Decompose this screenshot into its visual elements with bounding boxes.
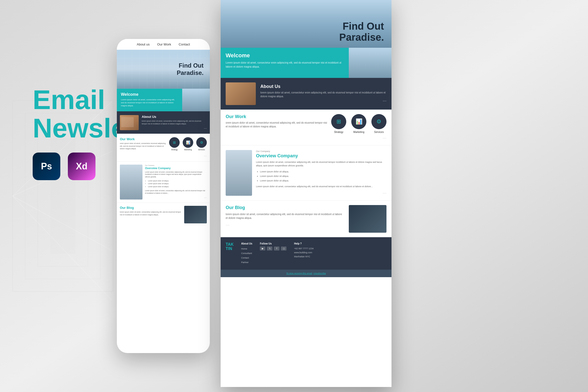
ourwork-body-small: orem ipsum dolor sit amet, consectetur e… (120, 142, 167, 150)
lp-welcome-img (349, 48, 391, 78)
hero-section-small: Find Out Paradise. (117, 50, 210, 89)
work-icons-small: ⊞ Strategy 📊 Marketing ⚙ Services (169, 137, 207, 151)
lp-strategy-item: ⊞ Strategy (331, 114, 346, 133)
lp-unsub-link[interactable]: Unsubscribe (313, 272, 326, 275)
lp-overview-content: Our Company Overview Company Lorem ipsum… (256, 150, 386, 196)
lp-blog-title: Our Blog (226, 205, 345, 210)
lp-footer-city: Manhattan NYC (294, 255, 314, 259)
lp-follow-title: Follow Us (260, 242, 286, 245)
svg-line-4 (13, 196, 113, 302)
strategy-label-small: Strategy (171, 149, 178, 151)
lp-work-icons: ⊞ Strategy 📊 Marketing ⚙ Services (331, 114, 386, 133)
twitter-icon[interactable]: 𝕏 (267, 247, 272, 251)
lp-blog-img (349, 205, 386, 233)
lp-footer-website: www.building.com (294, 251, 314, 255)
lp-footer-social: Follow Us ▶ 𝕏 f ◻ (260, 242, 286, 265)
lp-about-dots: ··· (260, 98, 386, 104)
lp-services-circle: ⚙ (371, 114, 386, 129)
about-section-small: About Us lorem ipsum dolor sit amet, con… (117, 111, 210, 134)
overview-list-small: Lorem ipsum dolor sit aliqua. Lorem ipsu… (145, 179, 207, 188)
lp-footer-phone: +62 897 7777 1234 (294, 247, 314, 251)
overview-subtitle-small: Our Company (145, 165, 207, 166)
lp-footer: TAKTIN About Us Home Consultant Contact … (221, 237, 391, 270)
lp-marketing-circle: 📊 (351, 114, 366, 129)
lp-overview-li-2: Lorem ipsum dolor sit aliqua. (260, 174, 386, 178)
lp-help-title: Help ? (294, 242, 314, 245)
blog-section-small: Our Blog lorem ipsum dolor sit amet, con… (117, 203, 210, 226)
lp-footer-home[interactable]: Home (241, 247, 252, 251)
services-circle-small: ⚙ (196, 137, 207, 148)
lp-overview-img (226, 150, 252, 196)
lp-overview-body1: Lorem ipsum dolor sit amet, consectetur … (256, 161, 386, 167)
lp-footer-brand: TAKTIN (226, 242, 234, 265)
welcome-section-small: Welcome Lorem ipsum dolor sit amet, cons… (117, 89, 210, 111)
lp-ourwork-body: orem ipsum dolor sit amet, consectetur e… (226, 121, 328, 128)
overview-body2-small: Lorem ipsum dolor sit amet, consectetur … (145, 189, 207, 194)
welcome-left-small: Welcome Lorem ipsum dolor sit amet, cons… (117, 89, 182, 111)
adobexd-icon: Xd (68, 153, 95, 180)
photoshop-icon: Ps (33, 153, 60, 180)
services-label-small: Services (198, 149, 205, 151)
facebook-icon[interactable]: f (274, 247, 279, 251)
lp-services-label: Services (374, 131, 384, 133)
strategy-circle-small: ⊞ (169, 137, 180, 148)
lp-overview-sub: Our Company (256, 150, 386, 153)
lp-about-title: About Us (260, 84, 386, 89)
phone-mockup-small: About us Our Work Contact Find Out Parad… (117, 39, 210, 353)
lp-overview-li-3: Lorem ipsum dolor sit aliqua. (260, 178, 386, 183)
overview-body1-small: Lorem ipsum dolor sit amet, consectetur … (145, 171, 207, 178)
overview-img-small (120, 165, 142, 200)
lp-unsub: To stop reciving this email, Unsubscribe (221, 270, 391, 277)
lp-ourwork-title: Our Work (226, 114, 328, 119)
lp-overview-list: Lorem ipsum dolor sit aliqua. Lorem ipsu… (256, 169, 386, 183)
about-content-small: About Us lorem ipsum dolor sit amet, con… (142, 115, 207, 130)
nav-work-small[interactable]: Our Work (157, 42, 171, 46)
ourwork-section-small: Our Work orem ipsum dolor sit amet, cons… (117, 134, 210, 161)
overview-section-small: Our Company Overview Company Lorem ipsum… (117, 161, 210, 203)
lp-strategy-label: Strategy (334, 131, 343, 133)
overview-list-item-3-small: Lorem ipsum dolor sit aliqua. (148, 185, 207, 188)
instagram-icon[interactable]: ◻ (281, 247, 286, 251)
strategy-icon-item-small: ⊞ Strategy (169, 137, 180, 151)
nav-contact-small[interactable]: Contact (179, 42, 190, 46)
blog-title-small: Our Blog (120, 206, 182, 210)
lp-blog-dots: ··· (226, 222, 345, 228)
lp-hero: Find Out Paradise. (221, 0, 391, 48)
overview-content-small: Our Company Overview Company Lorem ipsum… (145, 165, 207, 200)
hero-text-small: Find Out Paradise. (177, 62, 204, 77)
youtube-icon[interactable]: ▶ (260, 247, 265, 251)
lp-blog: Our Blog lorem ipsum dolor sit amet, con… (221, 200, 391, 237)
lp-overview-body2: Lorem ipsum dolor sit amet, consectetur … (256, 185, 386, 188)
lp-footer-consultant[interactable]: Consultant (241, 251, 252, 256)
lp-blog-body: lorem ipsum dolor sit amet, consectetur … (226, 212, 345, 220)
lp-work-dots: ··· (226, 135, 386, 141)
work-dots-small: ··· (120, 154, 207, 158)
blog-content-small: Our Blog lorem ipsum dolor sit amet, con… (120, 206, 182, 223)
lp-about-body: lorem ipsum dolor sit amet, consectetur … (260, 91, 386, 98)
about-title-small: About Us (142, 115, 207, 119)
lp-footer-partner[interactable]: Partner (241, 260, 252, 265)
email-nav-small: About us Our Work Contact (117, 39, 210, 50)
marketing-icon-item-small: 📊 Marketing (183, 137, 193, 151)
lp-ourwork: Our Work orem ipsum dolor sit amet, cons… (221, 110, 391, 145)
about-dots-small: ··· (142, 126, 207, 130)
overview-list-item-1-small: Lorem ipsum dolor sit aliqua. (148, 179, 207, 182)
lp-about-img (226, 82, 256, 105)
blog-img-small (184, 206, 207, 223)
overview-dots-small: ··· (145, 195, 207, 200)
lp-brand-name: TAKTIN (226, 242, 234, 251)
phone-mockup-large: Find Out Paradise. Welcome Lorem ipsum d… (221, 0, 391, 387)
lp-blog-content: Our Blog lorem ipsum dolor sit amet, con… (226, 205, 345, 233)
lp-marketing-item: 📊 Marketing (351, 114, 366, 133)
lp-about-content: About Us lorem ipsum dolor sit amet, con… (260, 84, 386, 104)
lp-about: About Us lorem ipsum dolor sit amet, con… (221, 78, 391, 110)
lp-overview-dots: ··· (256, 190, 386, 196)
lp-overview-title: Overview Company (256, 153, 386, 159)
lp-footer-help: Help ? +62 897 7777 1234 www.building.co… (294, 242, 314, 265)
lp-overview: Our Company Overview Company Lorem ipsum… (221, 145, 391, 200)
lp-footer-contact[interactable]: Contact (241, 256, 252, 260)
lp-social-icons: ▶ 𝕏 f ◻ (260, 247, 286, 251)
nav-about-small[interactable]: About us (137, 42, 150, 46)
lp-footer-links: About Us Home Consultant Contact Partner (241, 242, 252, 265)
lp-unsub-text: To stop reciving this email, (286, 272, 313, 275)
